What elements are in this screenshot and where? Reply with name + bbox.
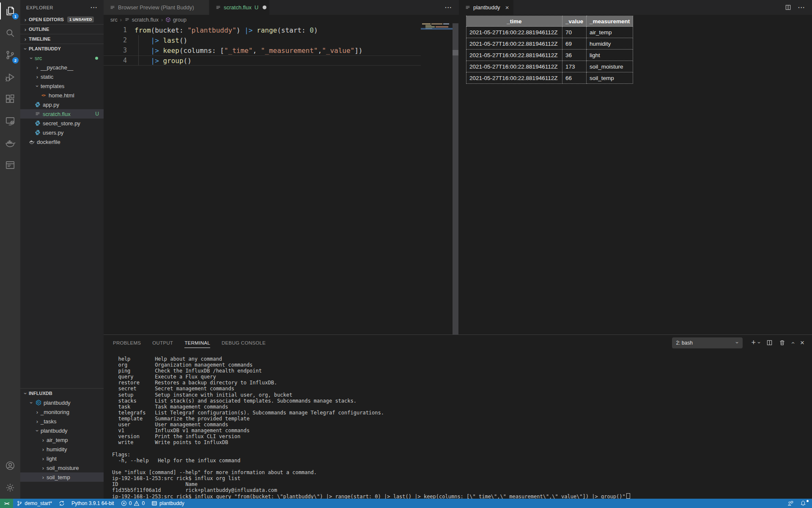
tab-scratch-flux[interactable]: scratch.fluxU — [209, 0, 270, 15]
influxdb-item-plantbuddy[interactable]: ›plantbuddy — [20, 426, 104, 435]
breadcrumb-symbol[interactable]: group — [173, 17, 187, 23]
activity-explorer-icon[interactable]: 1 — [0, 0, 20, 22]
influxdb-item-soil_temp[interactable]: ›soil_temp — [20, 472, 104, 482]
influxdb-item-light[interactable]: ›light — [20, 454, 104, 463]
more-actions-icon[interactable]: ··· — [798, 6, 805, 10]
panel-tab-debug-console[interactable]: DEBUG CONSOLE — [222, 335, 266, 351]
terminal-output[interactable]: help Help about any command org Organiza… — [112, 356, 630, 500]
breadcrumb-file[interactable]: scratch.flux — [132, 17, 159, 23]
code-token: |> — [151, 57, 159, 65]
explorer-item-templates[interactable]: ›templates — [20, 81, 104, 91]
sidebar-more-actions-icon[interactable]: ··· — [91, 6, 98, 10]
influxdb-item-plantbuddy[interactable]: ›plantbuddy — [20, 398, 104, 407]
new-terminal-icon[interactable]: + — [752, 340, 756, 346]
influxdb-item-_monitoring[interactable]: ›_monitoring — [20, 407, 104, 417]
query-result-table: _time_value_measurement 2021-05-27T16:00… — [466, 16, 633, 84]
lines-icon — [34, 110, 41, 117]
activity-accounts-icon[interactable] — [0, 455, 20, 477]
breadcrumb-src[interactable]: src — [110, 17, 118, 23]
activity-remote-explorer-icon[interactable] — [0, 110, 20, 132]
tree-item-label: home.html — [49, 92, 74, 99]
table-cell: 2021-05-27T16:00:22.881946112Z — [466, 38, 562, 50]
tree-item-label: templates — [41, 83, 64, 89]
activity-browser-preview-icon[interactable] — [0, 154, 20, 176]
section-open-editors[interactable]: › OPEN EDITORS 1 UNSAVED — [20, 15, 104, 24]
table-cell: 36 — [562, 50, 587, 61]
table-cell: light — [587, 50, 633, 61]
notifications-item[interactable] — [797, 499, 809, 508]
tree-item-label: soil_moisture — [47, 465, 79, 471]
feedback-item[interactable] — [784, 499, 797, 508]
explorer-item-app.py[interactable]: app.py — [20, 100, 104, 109]
influxdb-item-soil_moisture[interactable]: ›soil_moisture — [20, 463, 104, 472]
explorer-item-src[interactable]: ›src — [20, 53, 104, 63]
split-terminal-icon[interactable] — [766, 340, 773, 346]
code-token: ]) — [354, 47, 362, 55]
code-line-2[interactable]: 2 |> last() — [104, 35, 421, 45]
code-token — [134, 47, 151, 55]
tree-item-label: scratch.flux — [43, 111, 71, 117]
tree-item-label: static — [41, 74, 53, 80]
close-panel-icon[interactable]: × — [800, 340, 804, 346]
explorer-item-__pycache__[interactable]: ›__pycache__ — [20, 63, 104, 72]
problems-item[interactable]: 0 0 — [118, 499, 148, 508]
chevron-down-icon: › — [34, 427, 41, 434]
section-timeline[interactable]: › TIMELINE — [20, 34, 104, 44]
chevron-right-icon: › — [40, 456, 47, 462]
kill-terminal-icon[interactable] — [779, 340, 785, 346]
explorer-item-secret_store.py[interactable]: secret_store.py — [20, 119, 104, 128]
explorer-item-dockerfile[interactable]: dockerfile — [20, 137, 104, 146]
explorer-item-static[interactable]: ›static — [20, 72, 104, 81]
activity-settings-icon[interactable] — [0, 477, 20, 499]
panel-tab-output[interactable]: OUTPUT — [152, 335, 173, 351]
activity-docker-icon[interactable] — [0, 132, 20, 154]
code-area[interactable]: 1from(bucket: "plantbuddy") |> range(sta… — [104, 25, 421, 66]
sync-item[interactable] — [55, 499, 68, 508]
table-cell: 2021-05-27T16:00:22.881946112Z — [466, 27, 562, 38]
panel-tab-terminal[interactable]: TERMINAL — [184, 335, 210, 351]
section-influxdb[interactable]: › INFLUXDB — [20, 388, 104, 398]
terminal-dropdown-icon[interactable]: › — [756, 342, 763, 343]
branch-icon — [16, 500, 22, 506]
code-text: |> last() — [134, 36, 187, 44]
influxdb-connection-item[interactable]: plantbuddy — [148, 499, 188, 508]
code-line-4[interactable]: 4 |> group() — [104, 55, 421, 66]
remote-indicator[interactable]: >< — [0, 499, 13, 508]
influxdb-item-_tasks[interactable]: ›_tasks — [20, 417, 104, 426]
activity-run-debug-icon[interactable] — [0, 66, 20, 88]
code-line-3[interactable]: 3 |> keep(columns: ["_time", "_measureme… — [104, 45, 421, 55]
influxdb-item-air_temp[interactable]: ›air_temp — [20, 435, 104, 444]
activity-extensions-icon[interactable] — [0, 88, 20, 110]
section-plantbuddy[interactable]: › PLANTBUDDY — [20, 44, 104, 53]
tab-browser-preview-plant-buddy-[interactable]: Browser Preview (Plant Buddy) — [104, 0, 209, 15]
code-token: (start: — [277, 26, 310, 34]
influxdb-item-humidity[interactable]: ›humidity — [20, 444, 104, 454]
activity-source-control-icon[interactable]: 2 — [0, 44, 20, 66]
breadcrumb: src › scratch.flux › group — [104, 15, 459, 25]
terminal-shell-select[interactable]: 2: bash › — [672, 337, 743, 348]
maximize-panel-icon[interactable]: › — [790, 342, 796, 344]
tab-label: Browser Preview (Plant Buddy) — [118, 4, 194, 11]
editor-more-actions-icon[interactable]: ··· — [445, 6, 452, 10]
section-outline[interactable]: › OUTLINE — [20, 24, 104, 34]
tab-label: scratch.flux — [224, 4, 252, 11]
editor-scrollbar-decoration — [453, 50, 458, 55]
editor-scrollbar[interactable] — [453, 23, 458, 334]
chevron-right-icon: › — [34, 74, 41, 80]
explorer-item-home.html[interactable]: <>home.html — [20, 91, 104, 100]
close-icon[interactable]: × — [505, 5, 509, 10]
chevron-right-icon: › — [34, 409, 41, 415]
explorer-item-scratch.flux[interactable]: scratch.fluxU — [20, 109, 104, 119]
python-interpreter-item[interactable]: Python 3.9.1 64-bit — [68, 499, 118, 508]
code-token: (bucket: — [151, 26, 188, 34]
code-line-1[interactable]: 1from(bucket: "plantbuddy") |> range(sta… — [104, 25, 421, 35]
code-token: from — [134, 26, 151, 34]
panel-tab-problems[interactable]: PROBLEMS — [113, 335, 141, 351]
activity-search-icon[interactable] — [0, 22, 20, 44]
tree-item-label: air_temp — [47, 437, 68, 443]
explorer-item-users.py[interactable]: users.py — [20, 128, 104, 137]
tab-plantbuddy[interactable]: plantbuddy × — [459, 0, 514, 15]
split-editor-icon[interactable] — [785, 4, 791, 11]
indent-guide — [138, 35, 139, 65]
git-branch-item[interactable]: demo_start* — [13, 499, 55, 508]
